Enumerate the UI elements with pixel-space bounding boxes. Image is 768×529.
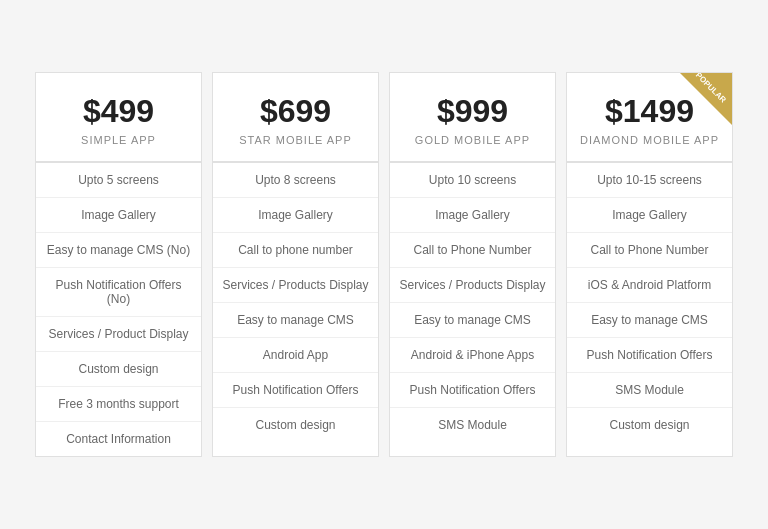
feature-item: Push Notification Offers xyxy=(213,373,378,408)
feature-item: iOS & Android Platform xyxy=(567,268,732,303)
card-price: $499 xyxy=(46,93,191,130)
feature-item: Services / Products Display xyxy=(213,268,378,303)
feature-item: Image Gallery xyxy=(36,198,201,233)
pricing-card-gold-mobile-app: $999GOLD MOBILE APPUpto 10 screensImage … xyxy=(389,72,556,457)
card-price: $699 xyxy=(223,93,368,130)
card-features-diamond-mobile-app: Upto 10-15 screensImage GalleryCall to P… xyxy=(567,163,732,442)
feature-item: Push Notification Offers xyxy=(390,373,555,408)
feature-item: Image Gallery xyxy=(567,198,732,233)
pricing-card-diamond-mobile-app: POPULAR$1499DIAMOND MOBILE APPUpto 10-15… xyxy=(566,72,733,457)
feature-item: SMS Module xyxy=(390,408,555,442)
card-name: STAR MOBILE APP xyxy=(223,134,368,146)
feature-item: Custom design xyxy=(36,352,201,387)
pricing-container: $499SIMPLE APPUpto 5 screensImage Galler… xyxy=(20,62,748,467)
feature-item: Push Notification Offers xyxy=(567,338,732,373)
card-name: GOLD MOBILE APP xyxy=(400,134,545,146)
feature-item: Easy to manage CMS (No) xyxy=(36,233,201,268)
feature-item: Services / Product Display xyxy=(36,317,201,352)
card-price: $999 xyxy=(400,93,545,130)
feature-item: Call to Phone Number xyxy=(567,233,732,268)
feature-item: Easy to manage CMS xyxy=(213,303,378,338)
feature-item: Push Notification Offers (No) xyxy=(36,268,201,317)
pricing-card-star-mobile-app: $699STAR MOBILE APPUpto 8 screensImage G… xyxy=(212,72,379,457)
feature-item: Easy to manage CMS xyxy=(567,303,732,338)
card-header-simple-app: $499SIMPLE APP xyxy=(36,73,201,163)
feature-item: Easy to manage CMS xyxy=(390,303,555,338)
card-features-simple-app: Upto 5 screensImage GalleryEasy to manag… xyxy=(36,163,201,456)
card-features-gold-mobile-app: Upto 10 screensImage GalleryCall to Phon… xyxy=(390,163,555,442)
feature-item: Contact Information xyxy=(36,422,201,456)
card-name: SIMPLE APP xyxy=(46,134,191,146)
pricing-card-simple-app: $499SIMPLE APPUpto 5 screensImage Galler… xyxy=(35,72,202,457)
feature-item: Upto 8 screens xyxy=(213,163,378,198)
card-header-star-mobile-app: $699STAR MOBILE APP xyxy=(213,73,378,163)
feature-item: Custom design xyxy=(213,408,378,442)
feature-item: Call to phone number xyxy=(213,233,378,268)
card-price: $1499 xyxy=(577,93,722,130)
card-header-gold-mobile-app: $999GOLD MOBILE APP xyxy=(390,73,555,163)
card-name: DIAMOND MOBILE APP xyxy=(577,134,722,146)
feature-item: Upto 10 screens xyxy=(390,163,555,198)
feature-item: Upto 10-15 screens xyxy=(567,163,732,198)
feature-item: Android & iPhone Apps xyxy=(390,338,555,373)
feature-item: Free 3 months support xyxy=(36,387,201,422)
feature-item: Image Gallery xyxy=(213,198,378,233)
feature-item: Call to Phone Number xyxy=(390,233,555,268)
feature-item: Android App xyxy=(213,338,378,373)
feature-item: Custom design xyxy=(567,408,732,442)
feature-item: Upto 5 screens xyxy=(36,163,201,198)
card-features-star-mobile-app: Upto 8 screensImage GalleryCall to phone… xyxy=(213,163,378,442)
feature-item: Image Gallery xyxy=(390,198,555,233)
feature-item: SMS Module xyxy=(567,373,732,408)
feature-item: Services / Products Display xyxy=(390,268,555,303)
